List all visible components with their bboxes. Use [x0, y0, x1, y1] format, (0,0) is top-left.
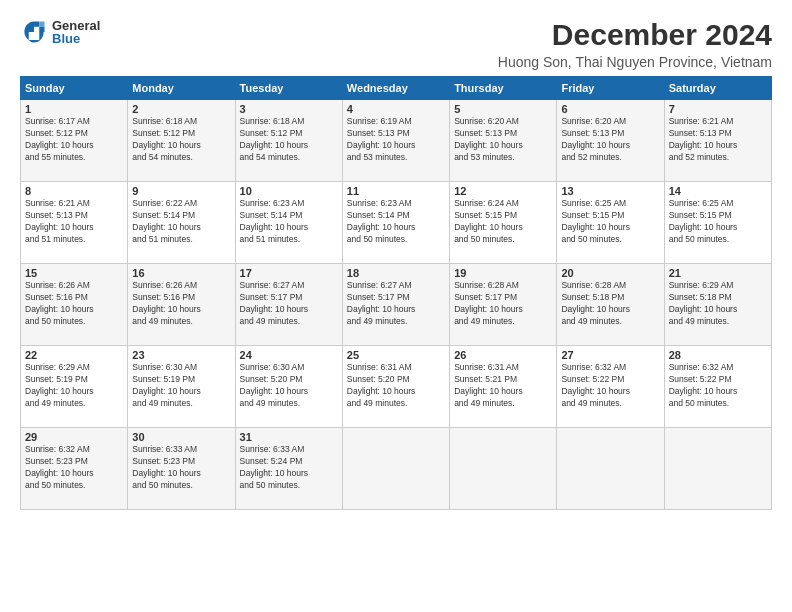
table-row [342, 428, 449, 510]
day-info: Sunrise: 6:20 AMSunset: 5:13 PMDaylight:… [561, 116, 630, 162]
logo-blue-text: Blue [52, 32, 100, 45]
main-title: December 2024 [498, 18, 772, 52]
day-number: 27 [561, 349, 659, 361]
table-row: 28Sunrise: 6:32 AMSunset: 5:22 PMDayligh… [664, 346, 771, 428]
day-number: 21 [669, 267, 767, 279]
table-row: 4Sunrise: 6:19 AMSunset: 5:13 PMDaylight… [342, 100, 449, 182]
day-number: 15 [25, 267, 123, 279]
day-info: Sunrise: 6:30 AMSunset: 5:20 PMDaylight:… [240, 362, 309, 408]
day-number: 16 [132, 267, 230, 279]
day-info: Sunrise: 6:32 AMSunset: 5:23 PMDaylight:… [25, 444, 94, 490]
table-row: 29Sunrise: 6:32 AMSunset: 5:23 PMDayligh… [21, 428, 128, 510]
table-row: 14Sunrise: 6:25 AMSunset: 5:15 PMDayligh… [664, 182, 771, 264]
day-info: Sunrise: 6:18 AMSunset: 5:12 PMDaylight:… [132, 116, 201, 162]
table-row: 16Sunrise: 6:26 AMSunset: 5:16 PMDayligh… [128, 264, 235, 346]
table-row: 31Sunrise: 6:33 AMSunset: 5:24 PMDayligh… [235, 428, 342, 510]
col-sunday: Sunday [21, 77, 128, 100]
table-row: 11Sunrise: 6:23 AMSunset: 5:14 PMDayligh… [342, 182, 449, 264]
day-info: Sunrise: 6:26 AMSunset: 5:16 PMDaylight:… [25, 280, 94, 326]
day-info: Sunrise: 6:21 AMSunset: 5:13 PMDaylight:… [669, 116, 738, 162]
day-number: 13 [561, 185, 659, 197]
logo: General Blue [20, 18, 100, 46]
day-info: Sunrise: 6:28 AMSunset: 5:18 PMDaylight:… [561, 280, 630, 326]
day-number: 1 [25, 103, 123, 115]
day-number: 6 [561, 103, 659, 115]
day-number: 23 [132, 349, 230, 361]
table-row: 9Sunrise: 6:22 AMSunset: 5:14 PMDaylight… [128, 182, 235, 264]
table-row: 20Sunrise: 6:28 AMSunset: 5:18 PMDayligh… [557, 264, 664, 346]
day-number: 28 [669, 349, 767, 361]
day-info: Sunrise: 6:30 AMSunset: 5:19 PMDaylight:… [132, 362, 201, 408]
week-row: 1Sunrise: 6:17 AMSunset: 5:12 PMDaylight… [21, 100, 772, 182]
day-number: 8 [25, 185, 123, 197]
day-info: Sunrise: 6:29 AMSunset: 5:18 PMDaylight:… [669, 280, 738, 326]
day-info: Sunrise: 6:31 AMSunset: 5:21 PMDaylight:… [454, 362, 523, 408]
day-number: 10 [240, 185, 338, 197]
day-number: 5 [454, 103, 552, 115]
day-number: 11 [347, 185, 445, 197]
table-row: 5Sunrise: 6:20 AMSunset: 5:13 PMDaylight… [450, 100, 557, 182]
table-row: 12Sunrise: 6:24 AMSunset: 5:15 PMDayligh… [450, 182, 557, 264]
day-info: Sunrise: 6:33 AMSunset: 5:24 PMDaylight:… [240, 444, 309, 490]
table-row [664, 428, 771, 510]
day-info: Sunrise: 6:23 AMSunset: 5:14 PMDaylight:… [240, 198, 309, 244]
table-row: 1Sunrise: 6:17 AMSunset: 5:12 PMDaylight… [21, 100, 128, 182]
col-monday: Monday [128, 77, 235, 100]
day-info: Sunrise: 6:26 AMSunset: 5:16 PMDaylight:… [132, 280, 201, 326]
week-row: 15Sunrise: 6:26 AMSunset: 5:16 PMDayligh… [21, 264, 772, 346]
table-row: 18Sunrise: 6:27 AMSunset: 5:17 PMDayligh… [342, 264, 449, 346]
table-row: 15Sunrise: 6:26 AMSunset: 5:16 PMDayligh… [21, 264, 128, 346]
day-number: 12 [454, 185, 552, 197]
day-number: 20 [561, 267, 659, 279]
day-info: Sunrise: 6:29 AMSunset: 5:19 PMDaylight:… [25, 362, 94, 408]
header: General Blue December 2024 Huong Son, Th… [20, 18, 772, 70]
day-info: Sunrise: 6:32 AMSunset: 5:22 PMDaylight:… [561, 362, 630, 408]
table-row: 30Sunrise: 6:33 AMSunset: 5:23 PMDayligh… [128, 428, 235, 510]
table-row: 23Sunrise: 6:30 AMSunset: 5:19 PMDayligh… [128, 346, 235, 428]
table-row: 27Sunrise: 6:32 AMSunset: 5:22 PMDayligh… [557, 346, 664, 428]
table-row: 6Sunrise: 6:20 AMSunset: 5:13 PMDaylight… [557, 100, 664, 182]
day-number: 2 [132, 103, 230, 115]
day-number: 26 [454, 349, 552, 361]
day-number: 22 [25, 349, 123, 361]
week-row: 29Sunrise: 6:32 AMSunset: 5:23 PMDayligh… [21, 428, 772, 510]
table-row: 22Sunrise: 6:29 AMSunset: 5:19 PMDayligh… [21, 346, 128, 428]
day-number: 4 [347, 103, 445, 115]
day-info: Sunrise: 6:24 AMSunset: 5:15 PMDaylight:… [454, 198, 523, 244]
table-row: 7Sunrise: 6:21 AMSunset: 5:13 PMDaylight… [664, 100, 771, 182]
day-info: Sunrise: 6:18 AMSunset: 5:12 PMDaylight:… [240, 116, 309, 162]
table-row: 26Sunrise: 6:31 AMSunset: 5:21 PMDayligh… [450, 346, 557, 428]
table-row: 8Sunrise: 6:21 AMSunset: 5:13 PMDaylight… [21, 182, 128, 264]
day-info: Sunrise: 6:27 AMSunset: 5:17 PMDaylight:… [240, 280, 309, 326]
day-number: 30 [132, 431, 230, 443]
col-wednesday: Wednesday [342, 77, 449, 100]
logo-text: General Blue [52, 19, 100, 45]
table-row [450, 428, 557, 510]
subtitle: Huong Son, Thai Nguyen Province, Vietnam [498, 54, 772, 70]
table-row: 24Sunrise: 6:30 AMSunset: 5:20 PMDayligh… [235, 346, 342, 428]
table-row: 2Sunrise: 6:18 AMSunset: 5:12 PMDaylight… [128, 100, 235, 182]
day-info: Sunrise: 6:19 AMSunset: 5:13 PMDaylight:… [347, 116, 416, 162]
day-number: 18 [347, 267, 445, 279]
day-number: 14 [669, 185, 767, 197]
day-number: 7 [669, 103, 767, 115]
day-info: Sunrise: 6:33 AMSunset: 5:23 PMDaylight:… [132, 444, 201, 490]
week-row: 8Sunrise: 6:21 AMSunset: 5:13 PMDaylight… [21, 182, 772, 264]
table-row: 17Sunrise: 6:27 AMSunset: 5:17 PMDayligh… [235, 264, 342, 346]
day-number: 9 [132, 185, 230, 197]
day-info: Sunrise: 6:25 AMSunset: 5:15 PMDaylight:… [669, 198, 738, 244]
table-row [557, 428, 664, 510]
day-number: 25 [347, 349, 445, 361]
calendar-page: General Blue December 2024 Huong Son, Th… [0, 0, 792, 612]
title-area: December 2024 Huong Son, Thai Nguyen Pro… [498, 18, 772, 70]
day-info: Sunrise: 6:21 AMSunset: 5:13 PMDaylight:… [25, 198, 94, 244]
day-number: 19 [454, 267, 552, 279]
day-info: Sunrise: 6:22 AMSunset: 5:14 PMDaylight:… [132, 198, 201, 244]
day-info: Sunrise: 6:17 AMSunset: 5:12 PMDaylight:… [25, 116, 94, 162]
day-info: Sunrise: 6:31 AMSunset: 5:20 PMDaylight:… [347, 362, 416, 408]
header-row: Sunday Monday Tuesday Wednesday Thursday… [21, 77, 772, 100]
table-row: 25Sunrise: 6:31 AMSunset: 5:20 PMDayligh… [342, 346, 449, 428]
day-number: 29 [25, 431, 123, 443]
day-number: 24 [240, 349, 338, 361]
col-saturday: Saturday [664, 77, 771, 100]
